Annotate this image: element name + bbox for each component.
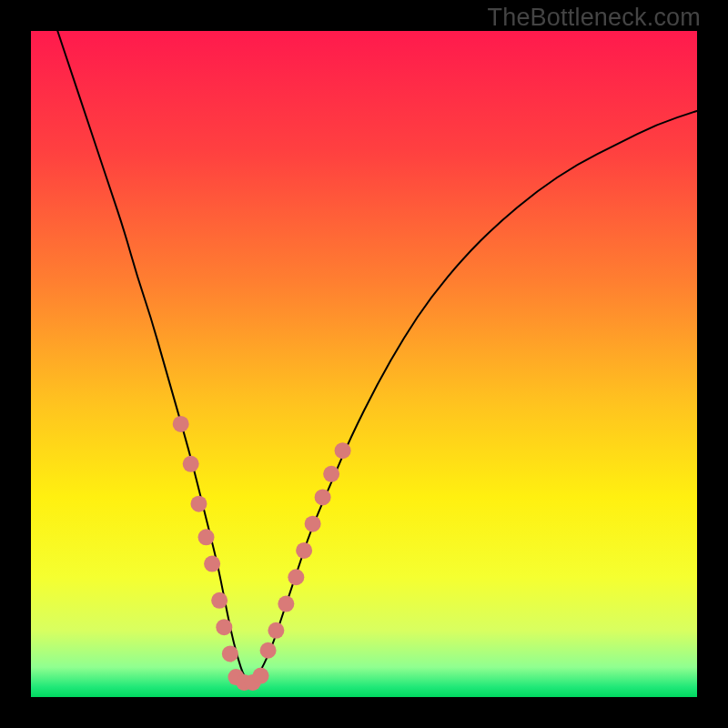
dot	[323, 466, 339, 482]
watermark-text: TheBottleneck.com	[487, 4, 701, 32]
dot	[278, 596, 294, 612]
dot	[268, 622, 284, 639]
chart-svg	[31, 31, 697, 697]
dot	[190, 496, 207, 512]
dot	[183, 456, 199, 472]
dot	[315, 489, 331, 505]
dot	[222, 645, 238, 662]
gradient-background	[31, 31, 697, 697]
dot	[211, 592, 228, 609]
dot	[335, 442, 351, 459]
dot	[296, 542, 312, 559]
dot	[204, 556, 220, 572]
dot	[260, 642, 277, 659]
dot	[288, 569, 304, 585]
dot	[216, 619, 232, 635]
dot	[305, 516, 321, 532]
plot-area	[31, 31, 697, 697]
chart-frame: TheBottleneck.com	[0, 0, 728, 728]
dot	[198, 529, 215, 545]
dot	[173, 416, 189, 432]
dot	[253, 668, 269, 684]
